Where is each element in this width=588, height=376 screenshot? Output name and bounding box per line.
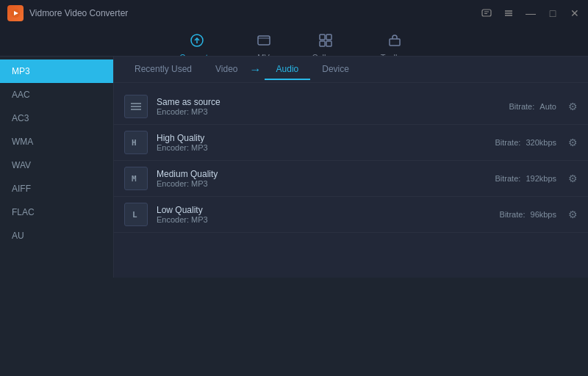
format-item-flac[interactable]: FLAC bbox=[0, 200, 113, 224]
quality-name-high: High Quality bbox=[157, 133, 495, 143]
svg-rect-12 bbox=[320, 35, 325, 40]
svg-rect-14 bbox=[320, 41, 325, 46]
quality-icon-low: L bbox=[124, 203, 148, 226]
svg-rect-2 bbox=[482, 10, 491, 16]
quality-name-low: Low Quality bbox=[157, 205, 500, 215]
format-item-wma[interactable]: WMA bbox=[0, 130, 113, 153]
quality-item-same-as-source[interactable]: Same as source Encoder: MP3 Bitrate: Aut… bbox=[114, 89, 588, 125]
title-text: Vidmore Video Converter bbox=[29, 8, 128, 18]
quality-info-high: High Quality Encoder: MP3 bbox=[157, 133, 495, 152]
mv-icon bbox=[257, 33, 271, 51]
quality-info-medium: Medium Quality Encoder: MP3 bbox=[157, 169, 495, 188]
svg-text:M: M bbox=[132, 174, 137, 184]
quality-item-low[interactable]: L Low Quality Encoder: MP3 Bitrate: 96kb… bbox=[114, 197, 588, 233]
minimize-button[interactable]: — bbox=[525, 7, 537, 19]
quality-settings-button-medium[interactable]: ⚙ bbox=[568, 173, 578, 184]
app-logo bbox=[7, 5, 24, 21]
quality-settings-button[interactable]: ⚙ bbox=[568, 101, 578, 112]
tab-audio[interactable]: Audio bbox=[265, 59, 311, 80]
toolbox-icon bbox=[387, 33, 402, 51]
svg-rect-16 bbox=[390, 39, 400, 46]
quality-icon-same-as-source bbox=[124, 95, 148, 118]
title-bar-right: — □ ✕ bbox=[481, 7, 581, 19]
format-item-au[interactable]: AU bbox=[0, 224, 113, 247]
tab-recently-used[interactable]: Recently Used bbox=[123, 59, 204, 80]
quality-bitrate-medium: Bitrate: 192kbps bbox=[495, 174, 556, 183]
quality-info-low: Low Quality Encoder: MP3 bbox=[157, 205, 500, 224]
svg-rect-15 bbox=[326, 41, 331, 46]
window-close-button[interactable]: ✕ bbox=[569, 7, 581, 19]
quality-bitrate: Bitrate: Auto bbox=[509, 102, 556, 111]
quality-settings-button-low[interactable]: ⚙ bbox=[568, 209, 578, 220]
quality-encoder-high: Encoder: MP3 bbox=[157, 143, 495, 152]
quality-name: Same as source bbox=[157, 97, 509, 107]
title-bar: Vidmore Video Converter — □ ✕ bbox=[0, 0, 588, 26]
quality-list: Same as source Encoder: MP3 Bitrate: Aut… bbox=[114, 83, 588, 239]
format-item-mp3[interactable]: MP3 bbox=[0, 59, 113, 83]
quality-encoder: Encoder: MP3 bbox=[157, 107, 509, 116]
dropdown-panel: MP3 AAC AC3 WMA WAV AIFF FLAC AU Recentl… bbox=[0, 56, 588, 278]
title-bar-left: Vidmore Video Converter bbox=[7, 5, 128, 21]
quality-name-medium: Medium Quality bbox=[157, 169, 495, 179]
quality-bitrate-low: Bitrate: 96kbps bbox=[500, 210, 556, 219]
format-tabs: Recently Used Video → Audio Device bbox=[114, 57, 588, 83]
format-item-aac[interactable]: AAC bbox=[0, 83, 113, 106]
svg-text:H: H bbox=[132, 138, 137, 148]
tab-video[interactable]: Video bbox=[204, 59, 249, 80]
format-item-ac3[interactable]: AC3 bbox=[0, 106, 113, 130]
format-sidebar: MP3 AAC AC3 WMA WAV AIFF FLAC AU bbox=[0, 57, 114, 278]
menu-button[interactable] bbox=[503, 7, 514, 19]
quality-encoder-low: Encoder: MP3 bbox=[157, 215, 500, 224]
quality-icon-high: H bbox=[124, 131, 148, 154]
tab-arrow-indicator: → bbox=[250, 63, 262, 76]
converter-icon bbox=[190, 33, 204, 51]
quality-settings-button-high[interactable]: ⚙ bbox=[568, 137, 578, 148]
format-right-panel: Recently Used Video → Audio Device Same … bbox=[114, 57, 588, 278]
quality-icon-medium: M bbox=[124, 167, 148, 190]
format-item-wav[interactable]: WAV bbox=[0, 153, 113, 177]
quality-info-same-as-source: Same as source Encoder: MP3 bbox=[157, 97, 509, 116]
format-item-aiff[interactable]: AIFF bbox=[0, 177, 113, 200]
tab-device[interactable]: Device bbox=[310, 59, 361, 80]
quality-bitrate-high: Bitrate: 320kbps bbox=[495, 138, 556, 147]
svg-rect-13 bbox=[326, 35, 331, 40]
maximize-button[interactable]: □ bbox=[547, 7, 559, 19]
collage-icon bbox=[318, 33, 333, 51]
feedback-button[interactable] bbox=[481, 7, 492, 19]
quality-encoder-medium: Encoder: MP3 bbox=[157, 179, 495, 188]
svg-rect-10 bbox=[258, 36, 270, 45]
quality-item-medium[interactable]: M Medium Quality Encoder: MP3 Bitrate: 1… bbox=[114, 161, 588, 197]
svg-text:L: L bbox=[132, 210, 137, 220]
quality-item-high[interactable]: H High Quality Encoder: MP3 Bitrate: 320… bbox=[114, 125, 588, 161]
